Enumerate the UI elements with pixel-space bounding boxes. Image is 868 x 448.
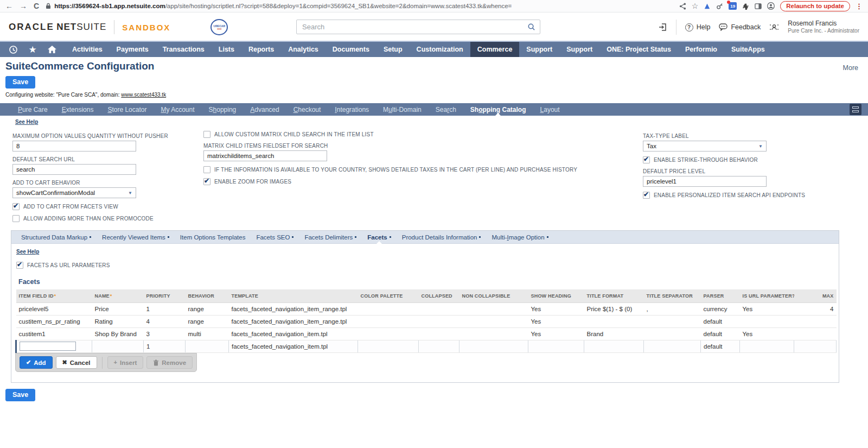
nav-item-reports[interactable]: Reports <box>241 42 281 57</box>
nav-item-suiteapps[interactable]: SuiteApps <box>724 42 772 57</box>
subnav-settings-icon[interactable] <box>850 104 861 115</box>
subnav-tab-shopping[interactable]: Shopping <box>202 103 244 116</box>
nav-item-lists[interactable]: Lists <box>212 42 241 57</box>
config-tab-facets-seo[interactable]: Facets SEO <box>251 231 299 243</box>
cell-template[interactable]: facets_faceted_navigation_item_range.tpl <box>229 302 358 315</box>
subnav-tab-store-locator[interactable]: Store Locator <box>100 103 154 116</box>
add-to-cart-behavior-select[interactable]: showCartConfirmationModal▼ <box>12 187 136 198</box>
global-search-input[interactable] <box>301 22 527 31</box>
cell-priority[interactable]: 4 <box>144 315 186 327</box>
cell-max[interactable]: 4 <box>794 302 837 315</box>
default-search-url-input[interactable] <box>12 164 136 175</box>
address-bar[interactable]: https://3569624-sb1.app.netsuite.com/app… <box>46 3 673 9</box>
max-option-values-input[interactable] <box>12 141 136 152</box>
cell-parser[interactable]: default <box>701 327 740 340</box>
subnav-tab-my-account[interactable]: My Account <box>154 103 201 116</box>
strike-through-checkbox[interactable] <box>643 156 650 163</box>
cell-behavior[interactable]: range <box>186 315 229 327</box>
profile-icon[interactable] <box>767 2 775 10</box>
cell-title-format[interactable]: Brand <box>584 327 644 340</box>
cell-item-field-id[interactable]: pricelevel5 <box>16 302 92 315</box>
nav-item-support[interactable]: Support <box>519 42 559 57</box>
cell-non-collapsible[interactable] <box>459 315 528 327</box>
subnav-tab-search[interactable]: Search <box>429 103 463 116</box>
bookmark-star-icon[interactable]: ☆ <box>692 2 699 10</box>
nav-item-activities[interactable]: Activities <box>65 42 110 57</box>
nav-item-one-project-status[interactable]: ONE: Project Status <box>599 42 678 57</box>
remove-button[interactable]: Remove <box>146 356 193 369</box>
facets-url-params-checkbox[interactable] <box>16 262 23 269</box>
subnav-tab-layout[interactable]: Layout <box>533 103 567 116</box>
cell-template[interactable]: facets_faceted_navigation_item_range.tpl <box>229 315 358 327</box>
cell-show-heading[interactable]: Yes <box>528 327 584 340</box>
config-tab-item-options-templates[interactable]: Item Options Templates <box>175 231 251 243</box>
extension-icon-2[interactable] <box>716 3 723 10</box>
table-row[interactable]: custitem_ns_pr_ratingRating4rangefacets_… <box>16 315 837 327</box>
subnav-tab-integrations[interactable]: Integrations <box>328 103 376 116</box>
config-tab-structured-data-markup[interactable]: Structured Data Markup <box>16 231 97 243</box>
forward-icon[interactable]: → <box>20 2 27 10</box>
cell-color-palette[interactable] <box>358 302 419 315</box>
cancel-button[interactable]: ✖Cancel <box>56 356 97 369</box>
cell-title-format[interactable] <box>584 340 644 352</box>
share-icon[interactable] <box>679 3 686 10</box>
extensions-puzzle-icon[interactable] <box>742 3 749 10</box>
home-icon[interactable] <box>42 45 62 54</box>
cell-title-separator[interactable]: , <box>644 302 701 315</box>
shortcuts-star-icon[interactable]: ★ <box>23 44 42 55</box>
subnav-tab-advanced[interactable]: Advanced <box>243 103 286 116</box>
nav-item-customization[interactable]: Customization <box>410 42 470 57</box>
cell-color-palette[interactable] <box>358 340 419 352</box>
cell-template[interactable]: facets_faceted_navigation_item.tpl <box>229 327 358 340</box>
see-help-link[interactable]: See Help <box>15 119 38 125</box>
cell-max[interactable] <box>794 327 837 340</box>
table-row[interactable]: custitem1Shop By Brand3multifacets_facet… <box>16 327 837 340</box>
cell-show-heading[interactable]: Yes <box>528 315 584 327</box>
cell-title-separator[interactable] <box>644 340 701 352</box>
matrix-fieldset-input[interactable] <box>203 150 327 161</box>
subnav-tab-shopping-catalog[interactable]: Shopping Catalog <box>463 103 533 116</box>
subnav-tab-extensions[interactable]: Extensions <box>55 103 101 116</box>
cell-collapsed[interactable] <box>419 315 459 327</box>
feedback-button[interactable]: Feedback <box>719 23 761 31</box>
browser-menu-icon[interactable]: ⋮ <box>856 2 863 10</box>
subnav-tab-multi-domain[interactable]: Multi-Domain <box>376 103 429 116</box>
recent-records-icon[interactable] <box>3 45 23 54</box>
back-icon[interactable]: ← <box>5 2 13 10</box>
subnav-tab-checkout[interactable]: Checkout <box>286 103 328 116</box>
default-price-level-input[interactable] <box>643 176 767 187</box>
cell-priority[interactable]: 1 <box>144 302 186 315</box>
cell-priority[interactable]: 1 <box>144 340 186 352</box>
config-tab-facets[interactable]: Facets <box>362 231 396 243</box>
cell-behavior[interactable] <box>186 340 229 352</box>
item-field-id-input[interactable] <box>20 342 76 351</box>
tax-type-select[interactable]: Tax▼ <box>643 141 767 152</box>
add-to-cart-facets-checkbox[interactable] <box>12 203 20 210</box>
cell-show-heading[interactable] <box>528 340 584 352</box>
cell-is-url-parameter[interactable]: Yes <box>740 302 794 315</box>
cell-title-separator[interactable] <box>644 327 701 340</box>
cell-parser[interactable]: default <box>701 315 740 327</box>
config-tab-facets-delimiters[interactable]: Facets Delimiters <box>299 231 362 243</box>
cell-behavior[interactable]: multi <box>186 327 229 340</box>
nav-item-commerce[interactable]: Commerce <box>470 42 520 57</box>
domain-link[interactable]: www.scatest433.tk <box>121 92 166 98</box>
detailed-taxes-checkbox[interactable] <box>203 166 210 173</box>
cell-template[interactable]: facets_faceted_navigation_item.tpl <box>229 340 358 352</box>
cell-item-field-id[interactable]: custitem1 <box>16 327 92 340</box>
more-link[interactable]: More <box>843 64 858 72</box>
cell-item-field-id[interactable]: custitem_ns_pr_rating <box>16 315 92 327</box>
nav-item-performio[interactable]: Performio <box>678 42 724 57</box>
cell-name[interactable]: Price <box>92 302 144 315</box>
cell-max[interactable] <box>794 340 837 352</box>
extension-badge-icon[interactable]: 19 <box>729 2 737 10</box>
enable-zoom-checkbox[interactable] <box>203 178 210 185</box>
cell-title-format[interactable] <box>584 315 644 327</box>
nav-item-payments[interactable]: Payments <box>110 42 156 57</box>
cell-show-heading[interactable]: Yes <box>528 302 584 315</box>
cell-collapsed[interactable] <box>419 327 459 340</box>
cell-color-palette[interactable] <box>358 315 419 327</box>
cell-collapsed[interactable] <box>419 302 459 315</box>
nav-item-transactions[interactable]: Transactions <box>156 42 212 57</box>
quick-add-icon[interactable] <box>659 23 667 31</box>
